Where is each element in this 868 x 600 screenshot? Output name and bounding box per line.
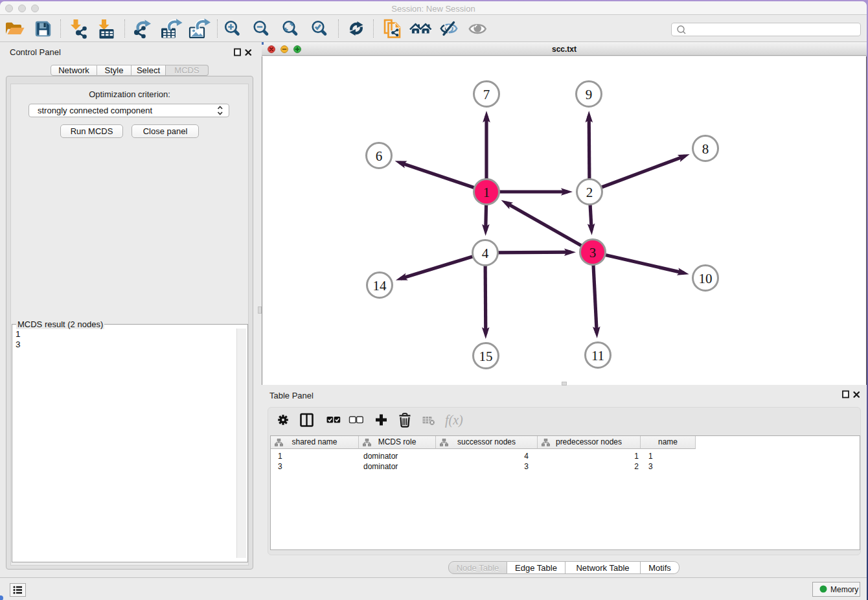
svg-text:8: 8 <box>702 141 709 157</box>
svg-text:f(x): f(x) <box>445 413 463 428</box>
svg-text:1: 1 <box>483 185 490 200</box>
svg-text:6: 6 <box>376 148 383 164</box>
svg-text:7: 7 <box>483 87 490 102</box>
svg-text:2: 2 <box>586 185 593 200</box>
svg-text:11: 11 <box>591 348 604 363</box>
svg-text:3: 3 <box>589 245 597 260</box>
svg-text:9: 9 <box>586 87 593 102</box>
svg-text:15: 15 <box>479 349 493 364</box>
svg-text:14: 14 <box>373 278 387 294</box>
svg-text:10: 10 <box>699 271 713 286</box>
svg-text:4: 4 <box>482 246 489 261</box>
